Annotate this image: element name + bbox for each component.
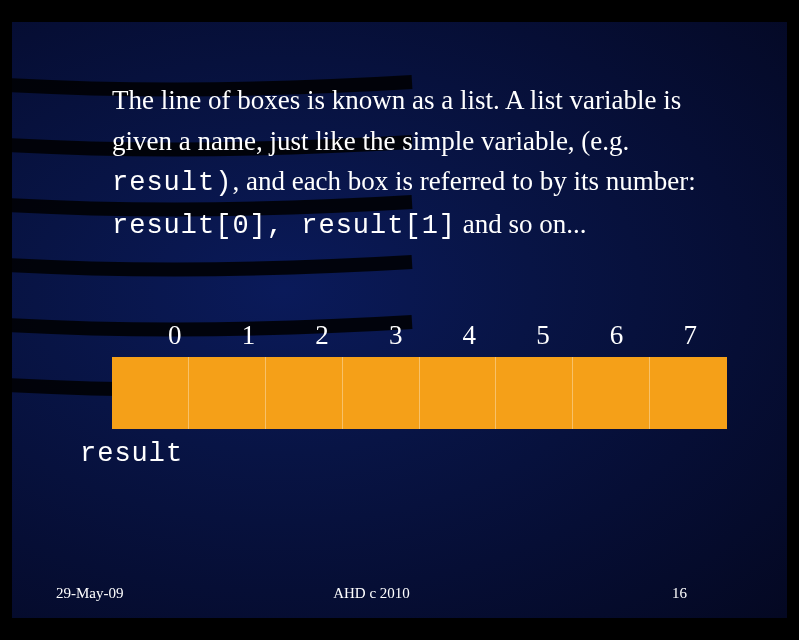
array-index-row: 0 1 2 3 4 5 6 7 [138,320,727,351]
body-text-part1: The line of boxes is known as a list. A … [112,85,681,156]
array-index: 3 [359,320,433,351]
body-text: The line of boxes is known as a list. A … [112,80,727,246]
array-box [496,357,573,429]
array-index: 6 [580,320,654,351]
array-index: 5 [506,320,580,351]
array-box [266,357,343,429]
array-index: 0 [138,320,212,351]
body-text-part3: and so on... [463,209,587,239]
footer-page-number: 16 [477,585,743,602]
body-text-part2: , and each box is referred to by its num… [232,166,695,196]
array-index: 1 [212,320,286,351]
footer-copyright: AHD c 2010 [266,585,476,602]
array-box [343,357,420,429]
array-box [573,357,650,429]
slide: The line of boxes is known as a list. A … [12,22,787,618]
array-box [650,357,727,429]
code-result-index: result[0], result[1] [112,211,456,241]
array-index: 4 [433,320,507,351]
slide-footer: 29-May-09 AHD c 2010 16 [12,585,787,602]
array-diagram: 0 1 2 3 4 5 6 7 result [112,320,727,469]
array-label: result [80,439,727,469]
array-box [420,357,497,429]
array-box-row [112,357,727,429]
footer-date: 29-May-09 [56,585,266,602]
array-index: 7 [653,320,727,351]
code-inline-result: result) [112,168,232,198]
array-box [189,357,266,429]
array-index: 2 [285,320,359,351]
array-box [112,357,189,429]
